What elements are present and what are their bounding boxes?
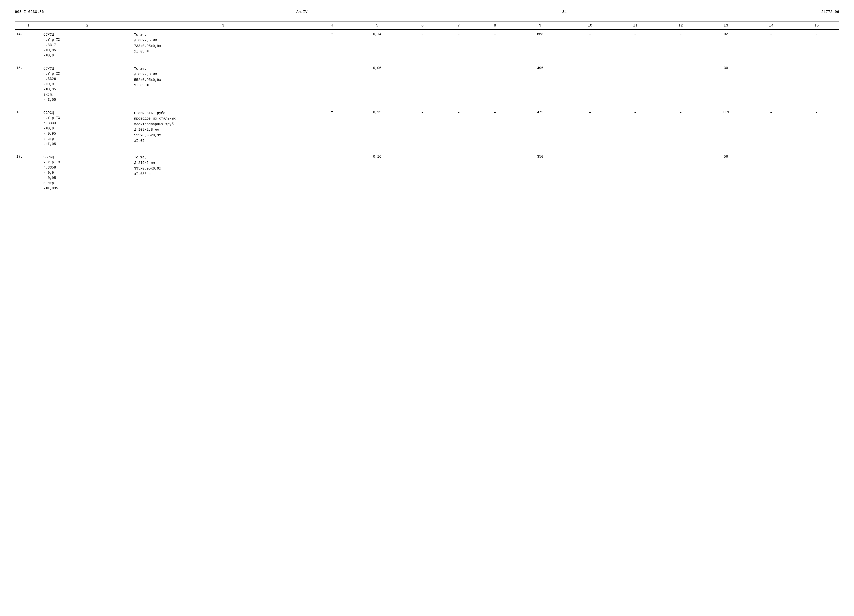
- row-description: Стоимость трубо- проводов из стальных эл…: [133, 108, 314, 149]
- row-cell-9: 658: [513, 29, 567, 61]
- row-cell-12: –: [658, 108, 703, 149]
- row-cell-6: –: [404, 29, 440, 61]
- row-cell-9: 350: [513, 152, 567, 194]
- row-cell-5: 0,25: [350, 108, 404, 149]
- col-header-10: IO: [567, 22, 613, 29]
- col-header-12: I2: [658, 22, 703, 29]
- row-cell-15: –: [794, 64, 839, 105]
- col-header-2: 2: [42, 22, 133, 29]
- header-code: 21772-06: [821, 10, 839, 14]
- row-cell-11: –: [613, 152, 658, 194]
- row-number: I5.: [15, 64, 42, 105]
- header-section: Ал.IV: [296, 10, 307, 14]
- row-cell-15: –: [794, 152, 839, 194]
- row-cell-14: –: [749, 108, 794, 149]
- row-cell-5: 0,I6: [350, 152, 404, 194]
- row-cell-13: 92: [703, 29, 749, 61]
- row-cell-11: –: [613, 29, 658, 61]
- col-header-8: 8: [477, 22, 513, 29]
- row-number: I4.: [15, 29, 42, 61]
- spacer-row: [15, 105, 839, 108]
- row-cell-11: –: [613, 64, 658, 105]
- row-cell-15: –: [794, 108, 839, 149]
- table-row: I4.ССРСЦ ч.У р.IX п.3317 к=0,95 к=0,9То …: [15, 29, 839, 61]
- row-cell-13: II9: [703, 108, 749, 149]
- page-header: 903-I-0230.86 Ал.IV -34- 21772-06: [15, 10, 839, 17]
- row-cell-9: 475: [513, 108, 567, 149]
- row-description: То же, Д 2I9х5 мм 395х0,95х0,9х хI,035 =: [133, 152, 314, 194]
- row-number: I7.: [15, 152, 42, 194]
- row-cell-14: –: [749, 152, 794, 194]
- row-cell-4: т: [314, 108, 350, 149]
- row-reference: ССРСЦ ч.У р.IX п.3326 к=0,9 к=0,95 эксп.…: [42, 64, 133, 105]
- row-cell-7: –: [441, 64, 477, 105]
- row-description: То же, Д 89х2,8 мм 552х0,95х0,9х хI,05 =: [133, 64, 314, 105]
- spacer-row: [15, 149, 839, 152]
- row-cell-5: 0,I4: [350, 29, 404, 61]
- row-description: То же, Д 60х2,5 мм 733х0,95х0,9х хI,05 =: [133, 29, 314, 61]
- row-cell-8: –: [477, 29, 513, 61]
- row-cell-7: –: [441, 152, 477, 194]
- col-header-11: II: [613, 22, 658, 29]
- row-cell-7: –: [441, 108, 477, 149]
- table-row: I6.ССРСЦ ч.У р.IX п.3333 к=0,9 к=0,95 эк…: [15, 108, 839, 149]
- row-cell-14: –: [749, 29, 794, 61]
- row-cell-4: т: [314, 64, 350, 105]
- row-number: I6.: [15, 108, 42, 149]
- row-reference: ССРСЦ ч.У р.IX п.3333 к=0,9 к=0,95 экстр…: [42, 108, 133, 149]
- row-cell-12: –: [658, 152, 703, 194]
- row-cell-6: –: [404, 152, 440, 194]
- col-header-6: 6: [404, 22, 440, 29]
- col-header-7: 7: [441, 22, 477, 29]
- spacer-row: [15, 61, 839, 64]
- column-header-row: I 2 3 4 5 6 7 8 9 IO II I2 I3 I4 I5: [15, 22, 839, 29]
- row-cell-8: –: [477, 152, 513, 194]
- col-header-15: I5: [794, 22, 839, 29]
- row-cell-9: 496: [513, 64, 567, 105]
- main-table: I 2 3 4 5 6 7 8 9 IO II I2 I3 I4 I5 I4.С…: [15, 21, 839, 194]
- row-reference: ССРСЦ ч.У р.IX п.3358 к=0,9 к=0,95 экстр…: [42, 152, 133, 194]
- col-header-9: 9: [513, 22, 567, 29]
- col-header-5: 5: [350, 22, 404, 29]
- row-cell-8: –: [477, 108, 513, 149]
- row-cell-13: 30: [703, 64, 749, 105]
- row-cell-15: –: [794, 29, 839, 61]
- row-cell-4: т: [314, 152, 350, 194]
- table-row: I7.ССРСЦ ч.У р.IX п.3358 к=0,9 к=0,95 эк…: [15, 152, 839, 194]
- header-doc-number: 903-I-0230.86: [15, 10, 44, 14]
- row-cell-6: –: [404, 108, 440, 149]
- row-cell-10: –: [567, 152, 613, 194]
- row-cell-12: –: [658, 64, 703, 105]
- header-page: -34-: [560, 10, 569, 14]
- row-cell-7: –: [441, 29, 477, 61]
- col-header-13: I3: [703, 22, 749, 29]
- row-cell-10: –: [567, 29, 613, 61]
- row-cell-4: т: [314, 29, 350, 61]
- row-cell-12: –: [658, 29, 703, 61]
- row-reference: ССРСЦ ч.У р.IX п.3317 к=0,95 к=0,9: [42, 29, 133, 61]
- row-cell-11: –: [613, 108, 658, 149]
- row-cell-6: –: [404, 64, 440, 105]
- row-cell-8: –: [477, 64, 513, 105]
- row-cell-5: 0,06: [350, 64, 404, 105]
- col-header-14: I4: [749, 22, 794, 29]
- col-header-4: 4: [314, 22, 350, 29]
- col-header-1: I: [15, 22, 42, 29]
- col-header-3: 3: [133, 22, 314, 29]
- table-row: I5.ССРСЦ ч.У р.IX п.3326 к=0,9 к=0,95 эк…: [15, 64, 839, 105]
- row-cell-13: 56: [703, 152, 749, 194]
- row-cell-10: –: [567, 64, 613, 105]
- row-cell-14: –: [749, 64, 794, 105]
- row-cell-10: –: [567, 108, 613, 149]
